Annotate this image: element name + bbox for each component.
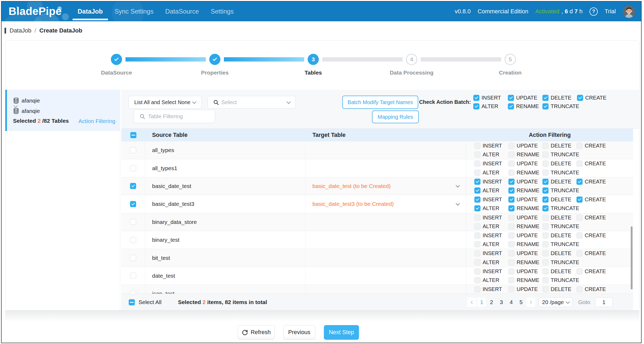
action-checkbox[interactable] — [576, 215, 583, 221]
action-checkbox[interactable] — [576, 232, 583, 239]
next-step-button[interactable]: Next Step — [324, 325, 359, 340]
vertical-scrollbar-thumb[interactable] — [631, 226, 633, 289]
previous-page-button[interactable] — [467, 298, 476, 307]
action-checkbox[interactable] — [542, 232, 549, 239]
action-checkbox[interactable] — [542, 286, 549, 292]
trial-link[interactable]: Trial — [605, 8, 616, 15]
action-checkbox[interactable] — [508, 151, 515, 158]
batch-action-checkbox[interactable] — [508, 103, 514, 109]
action-checkbox[interactable] — [542, 223, 549, 230]
action-filtering-link[interactable]: Action Filtering — [78, 118, 115, 124]
action-checkbox[interactable] — [508, 241, 515, 247]
list-mode-select[interactable]: List All and Select None — [128, 96, 202, 109]
action-checkbox[interactable] — [576, 196, 583, 203]
row-checkbox[interactable] — [130, 255, 136, 261]
page-button-2[interactable]: 2 — [487, 298, 496, 307]
action-checkbox[interactable] — [576, 250, 583, 256]
action-checkbox[interactable] — [576, 161, 583, 167]
action-checkbox[interactable] — [542, 196, 549, 203]
action-checkbox[interactable] — [576, 286, 583, 292]
goto-page-input[interactable]: 1 — [595, 297, 613, 307]
action-checkbox[interactable] — [474, 223, 480, 230]
page-button-4[interactable]: 4 — [507, 298, 516, 307]
action-checkbox[interactable] — [508, 268, 515, 275]
row-checkbox[interactable] — [130, 291, 136, 294]
action-checkbox[interactable] — [508, 232, 515, 239]
chevron-down-icon[interactable] — [456, 183, 460, 188]
action-checkbox[interactable] — [508, 170, 515, 176]
page-size-select[interactable]: 20 /page — [539, 297, 572, 307]
action-checkbox[interactable] — [474, 268, 480, 275]
table-filter-input[interactable]: Table Filtering — [134, 110, 215, 123]
chevron-down-icon[interactable] — [456, 202, 460, 206]
action-checkbox[interactable] — [542, 143, 549, 149]
batch-modify-target-names-button[interactable]: Batch Modify Target Names — [342, 96, 418, 109]
select-page-checkbox[interactable] — [130, 132, 136, 138]
action-checkbox[interactable] — [576, 268, 583, 275]
row-checkbox[interactable] — [130, 183, 136, 189]
action-checkbox[interactable] — [474, 179, 480, 185]
action-checkbox[interactable] — [542, 259, 549, 265]
nav-item-datasource[interactable]: DataSource — [159, 2, 205, 21]
action-checkbox[interactable] — [474, 187, 480, 194]
table-row[interactable]: binary_test INSERTUPDATEDELETECREATE ALT… — [121, 231, 633, 249]
action-checkbox[interactable] — [474, 170, 480, 176]
action-checkbox[interactable] — [508, 259, 515, 265]
action-checkbox[interactable] — [474, 205, 480, 211]
row-checkbox[interactable] — [130, 237, 136, 243]
batch-action-checkbox[interactable] — [473, 95, 479, 101]
nav-item-sync-settings[interactable]: Sync Settings — [109, 2, 160, 21]
row-checkbox[interactable] — [130, 147, 136, 153]
batch-action-checkbox[interactable] — [542, 103, 549, 109]
action-checkbox[interactable] — [542, 250, 549, 256]
nav-item-datajob[interactable]: DataJob — [72, 2, 109, 21]
action-checkbox[interactable] — [508, 196, 515, 203]
page-button-1[interactable]: 1 — [477, 298, 486, 307]
help-icon[interactable]: ? — [589, 7, 598, 16]
next-page-button[interactable] — [526, 298, 535, 307]
action-checkbox[interactable] — [508, 143, 515, 149]
action-checkbox[interactable] — [542, 187, 549, 194]
action-checkbox[interactable] — [474, 259, 480, 265]
action-checkbox[interactable] — [542, 151, 549, 158]
action-checkbox[interactable] — [576, 143, 583, 149]
action-checkbox[interactable] — [508, 250, 515, 256]
previous-button[interactable]: Previous — [283, 325, 315, 340]
table-row[interactable]: basic_date_test basic_date_test (to be C… — [121, 177, 633, 195]
action-checkbox[interactable] — [542, 241, 549, 247]
action-checkbox[interactable] — [508, 161, 515, 167]
action-checkbox[interactable] — [474, 215, 480, 221]
nav-item-settings[interactable]: Settings — [205, 2, 240, 21]
action-checkbox[interactable] — [474, 196, 480, 203]
action-checkbox[interactable] — [542, 161, 549, 167]
action-checkbox[interactable] — [474, 232, 480, 239]
batch-action-checkbox[interactable] — [577, 95, 583, 101]
row-checkbox[interactable] — [130, 219, 136, 225]
action-checkbox[interactable] — [474, 151, 480, 158]
table-row[interactable]: basic_date_test3 basic_date_test3 (to be… — [121, 195, 633, 213]
action-checkbox[interactable] — [474, 277, 480, 283]
table-row[interactable]: bit_test INSERTUPDATEDELETECREATE ALTERR… — [121, 249, 633, 267]
table-row[interactable]: date_test INSERTUPDATEDELETECREATE ALTER… — [121, 267, 633, 285]
action-checkbox[interactable] — [542, 179, 549, 185]
action-checkbox[interactable] — [542, 170, 549, 176]
action-checkbox[interactable] — [542, 205, 549, 211]
action-checkbox[interactable] — [542, 277, 549, 283]
app-logo[interactable]: BladePipe — [9, 5, 62, 18]
row-checkbox[interactable] — [130, 165, 136, 171]
action-checkbox[interactable] — [508, 286, 515, 292]
refresh-button[interactable]: Refresh — [238, 325, 275, 340]
breadcrumb-section[interactable]: DataJob — [10, 27, 31, 34]
action-checkbox[interactable] — [474, 286, 480, 292]
action-checkbox[interactable] — [508, 179, 515, 185]
batch-action-checkbox[interactable] — [508, 95, 514, 101]
schema-select[interactable]: Select — [207, 96, 296, 109]
action-checkbox[interactable] — [474, 241, 480, 247]
table-row[interactable]: json_test INSERTUPDATEDELETECREATE ALTER… — [121, 285, 633, 294]
row-checkbox[interactable] — [130, 201, 136, 207]
action-checkbox[interactable] — [576, 179, 583, 185]
action-checkbox[interactable] — [542, 268, 549, 275]
page-button-3[interactable]: 3 — [497, 298, 506, 307]
action-checkbox[interactable] — [508, 277, 515, 283]
page-button-5[interactable]: 5 — [516, 298, 525, 307]
